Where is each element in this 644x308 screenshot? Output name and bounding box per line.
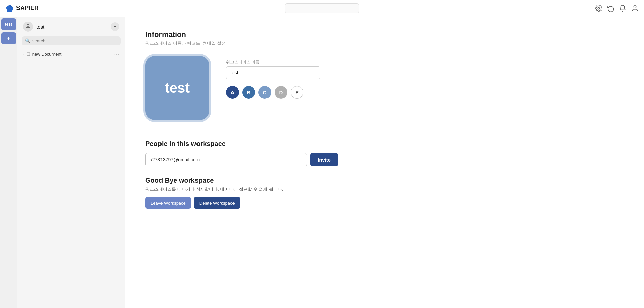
document-icon: ☐ <box>26 52 30 57</box>
svg-point-4 <box>27 24 29 26</box>
sidebar-search-input[interactable] <box>32 38 117 43</box>
section-title: Information <box>145 30 624 39</box>
main-layout: test + test + 🔍 › ☐ new Document ⋯ I <box>0 17 644 308</box>
person-icon <box>25 24 31 30</box>
sidebar-item-label: new Document <box>32 52 112 57</box>
people-title: People in this workspace <box>145 140 624 148</box>
main-content: Information 워크스페이스 이름과 팀코드, 썸네일 설정 test … <box>125 17 644 308</box>
chevron-right-icon: › <box>23 52 24 56</box>
delete-workspace-button[interactable]: Delete Workspace <box>194 197 240 209</box>
svg-point-3 <box>634 5 636 8</box>
section-subtitle: 워크스페이스 이름과 팀코드, 썸네일 설정 <box>145 40 624 47</box>
logo: SAPIER <box>5 4 39 13</box>
notification-icon[interactable] <box>619 5 627 12</box>
sidebar-search-icon: 🔍 <box>25 38 30 43</box>
color-option-a[interactable]: A <box>226 86 239 99</box>
user-account-icon[interactable] <box>631 5 639 12</box>
info-row: test 워크스페이스 이름 A B C D E <box>145 56 624 120</box>
more-options-icon[interactable]: ⋯ <box>114 51 119 57</box>
workspace-name-label: 워크스페이스 이름 <box>226 59 320 65</box>
leave-workspace-button[interactable]: Leave Workspace <box>145 197 191 209</box>
invite-row: Invite <box>145 153 624 166</box>
color-option-e[interactable]: E <box>291 86 303 99</box>
add-workspace-tab[interactable]: + <box>1 32 16 44</box>
workspace-tab[interactable]: test <box>1 18 16 30</box>
sidebar-avatar <box>23 22 33 32</box>
workspace-name-input[interactable] <box>226 66 320 79</box>
sidebar: test + 🔍 › ☐ new Document ⋯ <box>17 17 125 308</box>
logo-text: SAPIER <box>16 5 39 12</box>
invite-email-input[interactable] <box>145 153 307 166</box>
goodbye-subtitle: 워크스페이스를 떠나거나 삭제합니다. 데이터에 접근할 수 없게 됩니다. <box>145 186 624 192</box>
goodbye-section: Good Bye workspace 워크스페이스를 떠나거나 삭제합니다. 데… <box>145 177 624 209</box>
section-divider <box>145 130 624 130</box>
color-option-d[interactable]: D <box>275 86 287 99</box>
list-item[interactable]: › ☐ new Document ⋯ <box>17 49 125 59</box>
sidebar-add-button[interactable]: + <box>111 22 119 31</box>
information-section: Information 워크스페이스 이름과 팀코드, 썸네일 설정 test … <box>145 30 624 120</box>
topbar: SAPIER <box>0 0 644 17</box>
goodbye-title: Good Bye workspace <box>145 177 624 184</box>
topbar-icons <box>595 5 639 12</box>
sidebar-search-container: 🔍 <box>22 36 121 45</box>
color-options: A B C D E <box>226 86 320 99</box>
sidebar-workspace-name: test <box>36 24 107 30</box>
color-option-c[interactable]: C <box>258 86 271 99</box>
color-option-b[interactable]: B <box>242 86 255 99</box>
goodbye-buttons: Leave Workspace Delete Workspace <box>145 197 624 209</box>
topbar-search-container <box>285 3 359 13</box>
workspace-form: 워크스페이스 이름 A B C D E <box>226 56 320 99</box>
tab-bar: test + <box>0 17 17 308</box>
history-icon[interactable] <box>607 5 614 12</box>
people-section: People in this workspace Invite <box>145 140 624 166</box>
svg-point-2 <box>598 7 600 9</box>
topbar-search-input[interactable] <box>285 3 359 13</box>
sidebar-header: test + <box>17 17 125 36</box>
settings-icon[interactable] <box>595 5 602 12</box>
logo-icon <box>5 4 14 13</box>
invite-button[interactable]: Invite <box>310 153 338 166</box>
workspace-thumbnail[interactable]: test <box>145 56 209 120</box>
